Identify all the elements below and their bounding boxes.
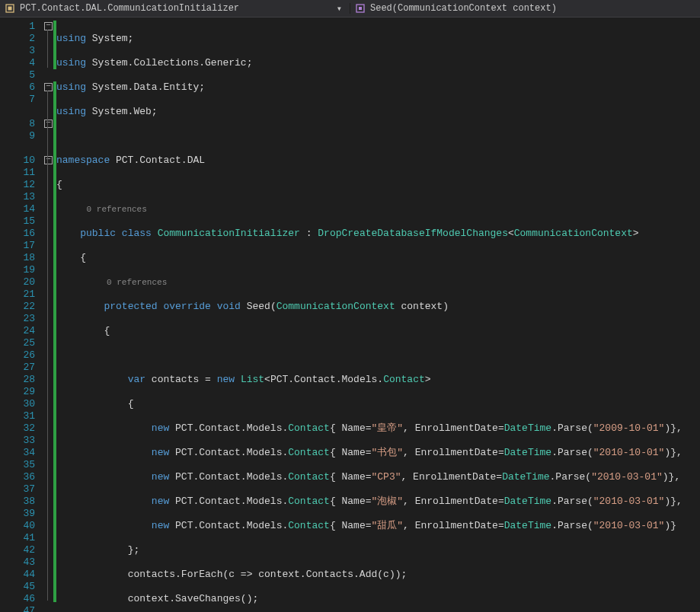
line-number: 10	[0, 155, 43, 167]
line-number: 17	[0, 240, 43, 252]
line-number: 20	[0, 276, 43, 288]
line-number: 3	[0, 45, 43, 57]
fold-column: − − − −	[43, 18, 53, 612]
breadcrumb-bar: PCT.Contact.DAL.CommunicationInitializer…	[0, 0, 700, 18]
line-number: 13	[0, 191, 43, 203]
line-number: 14	[0, 203, 43, 215]
svg-rect-1	[8, 7, 12, 11]
line-number: 26	[0, 349, 43, 362]
codelens-references[interactable]: 0 references	[56, 276, 682, 288]
breadcrumb-left[interactable]: PCT.Contact.DAL.CommunicationInitializer…	[0, 3, 350, 14]
line-number: 43	[0, 556, 43, 569]
line-number: 28	[0, 374, 43, 386]
line-number: 4	[0, 57, 43, 69]
line-number: 7	[0, 94, 43, 106]
line-number: 27	[0, 362, 43, 374]
line-number	[0, 142, 43, 155]
line-number: 23	[0, 313, 43, 325]
line-number: 45	[0, 581, 43, 593]
line-number: 18	[0, 252, 43, 264]
line-number: 12	[0, 179, 43, 191]
line-number: 39	[0, 508, 43, 520]
line-number: 15	[0, 215, 43, 228]
line-number: 8	[0, 118, 43, 130]
line-number: 5	[0, 69, 43, 81]
line-number: 9	[0, 130, 43, 142]
line-number: 11	[0, 167, 43, 179]
line-number: 31	[0, 410, 43, 422]
line-number: 33	[0, 435, 43, 447]
code-editor[interactable]: 1234567891011121314151617181920212223242…	[0, 18, 700, 612]
line-number: 35	[0, 459, 43, 471]
line-number: 25	[0, 337, 43, 349]
line-number: 37	[0, 483, 43, 496]
change-marker	[53, 81, 56, 602]
line-number: 19	[0, 264, 43, 276]
codelens-references[interactable]: 0 references	[56, 203, 682, 215]
line-number: 6	[0, 81, 43, 94]
fold-toggle[interactable]: −	[44, 83, 53, 91]
line-number: 42	[0, 544, 43, 556]
line-number: 34	[0, 447, 43, 459]
fold-guide	[47, 30, 48, 68]
breadcrumb-right[interactable]: Seed(CommunicationContext context)	[350, 3, 700, 14]
method-icon	[355, 3, 366, 14]
fold-toggle[interactable]: −	[44, 22, 53, 30]
line-number	[0, 106, 43, 118]
line-number: 40	[0, 520, 43, 532]
change-marker	[53, 21, 56, 69]
line-number: 44	[0, 569, 43, 581]
fold-toggle[interactable]: −	[44, 120, 53, 128]
line-number: 47	[0, 605, 43, 612]
line-number-gutter: 1234567891011121314151617181920212223242…	[0, 18, 43, 612]
line-number: 2	[0, 33, 43, 45]
line-number: 41	[0, 532, 43, 544]
line-number: 24	[0, 325, 43, 337]
class-icon	[5, 3, 15, 14]
code-area[interactable]: using System; using System.Collections.G…	[56, 18, 682, 612]
line-number: 16	[0, 228, 43, 240]
line-number: 21	[0, 288, 43, 301]
dropdown-arrow-icon[interactable]: ▾	[334, 3, 345, 14]
svg-rect-3	[359, 7, 362, 10]
line-number: 22	[0, 301, 43, 313]
line-number: 46	[0, 593, 43, 605]
breadcrumb-right-text: Seed(CommunicationContext context)	[370, 3, 557, 14]
fold-guide	[47, 91, 48, 601]
line-number: 29	[0, 386, 43, 398]
line-number: 32	[0, 422, 43, 435]
line-number: 36	[0, 471, 43, 483]
change-bar	[53, 18, 56, 612]
breadcrumb-left-text: PCT.Contact.DAL.CommunicationInitializer	[20, 3, 239, 14]
line-number: 38	[0, 496, 43, 508]
line-number: 1	[0, 21, 43, 33]
line-number: 30	[0, 398, 43, 410]
fold-toggle[interactable]: −	[44, 156, 53, 164]
